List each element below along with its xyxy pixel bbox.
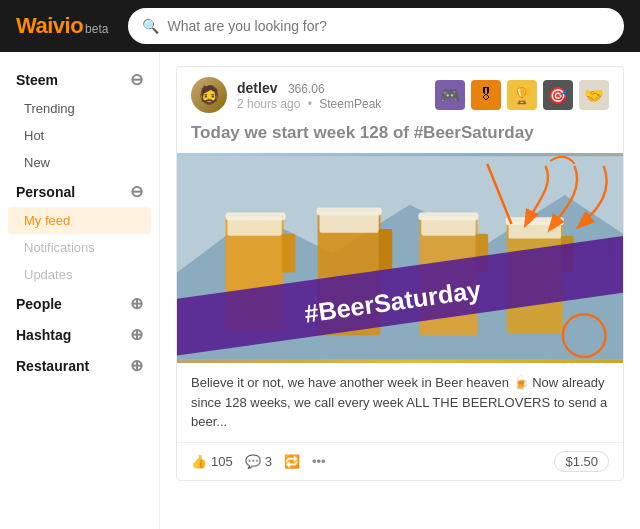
sidebar-section-restaurant: Restaurant ⊕ (0, 350, 159, 381)
hashtag-expand-icon[interactable]: ⊕ (130, 325, 143, 344)
sidebar-item-hot[interactable]: Hot (0, 122, 159, 149)
like-count: 105 (211, 454, 233, 469)
svg-rect-12 (418, 212, 478, 220)
steem-collapse-icon[interactable]: ⊖ (130, 70, 143, 89)
post-title[interactable]: Today we start week 128 of #BeerSaturday (177, 123, 623, 153)
sidebar-section-people: People ⊕ (0, 288, 159, 319)
post-author-name[interactable]: detlev (237, 80, 277, 96)
post-author-rep: 366.06 (288, 82, 325, 96)
comment-count: 3 (265, 454, 272, 469)
logo-beta: beta (85, 22, 108, 36)
svg-rect-8 (317, 208, 382, 216)
svg-rect-5 (282, 234, 296, 273)
post-author-line: detlev 366.06 (237, 79, 435, 97)
badge-2: 🎖 (471, 80, 501, 110)
search-bar[interactable]: 🔍 (128, 8, 624, 44)
sidebar-item-new[interactable]: New (0, 149, 159, 176)
post-image[interactable]: #BeerSaturday (177, 153, 623, 363)
sidebar-item-notifications[interactable]: Notifications (0, 234, 159, 261)
svg-rect-4 (225, 212, 285, 220)
steem-label: Steem (16, 72, 58, 88)
post-excerpt: Believe it or not, we have another week … (177, 363, 623, 442)
comment-button[interactable]: 💬 3 (245, 454, 272, 469)
app-header: Waiviobeta 🔍 (0, 0, 640, 52)
badge-4: 🎯 (543, 80, 573, 110)
restaurant-label: Restaurant (16, 358, 89, 374)
meta-separator: • (308, 97, 312, 111)
post-card: 🧔 detlev 366.06 2 hours ago • SteemPeak … (176, 66, 624, 481)
hashtag-label: Hashtag (16, 327, 71, 343)
sidebar-section-steem: Steem ⊖ (0, 64, 159, 95)
search-icon: 🔍 (142, 18, 159, 34)
sidebar-section-hashtag: Hashtag ⊕ (0, 319, 159, 350)
post-author-info: detlev 366.06 2 hours ago • SteemPeak (237, 79, 435, 111)
like-icon: 👍 (191, 454, 207, 469)
vote-amount[interactable]: $1.50 (554, 451, 609, 472)
people-expand-icon[interactable]: ⊕ (130, 294, 143, 313)
sidebar: Steem ⊖ Trending Hot New Personal ⊖ My f… (0, 52, 160, 529)
reblog-icon: 🔁 (284, 454, 300, 469)
personal-label: Personal (16, 184, 75, 200)
beer-scene-svg: #BeerSaturday (177, 153, 623, 363)
post-source[interactable]: SteemPeak (319, 97, 381, 111)
sidebar-item-trending[interactable]: Trending (0, 95, 159, 122)
content-area: 🧔 detlev 366.06 2 hours ago • SteemPeak … (160, 52, 640, 529)
post-badges: 🎮 🎖 🏆 🎯 🤝 (435, 80, 609, 110)
like-button[interactable]: 👍 105 (191, 454, 233, 469)
post-actions: 👍 105 💬 3 🔁 ••• $1.50 (177, 442, 623, 480)
more-icon: ••• (312, 454, 326, 469)
avatar[interactable]: 🧔 (191, 77, 227, 113)
restaurant-expand-icon[interactable]: ⊕ (130, 356, 143, 375)
post-header: 🧔 detlev 366.06 2 hours ago • SteemPeak … (177, 67, 623, 123)
post-time: 2 hours ago (237, 97, 300, 111)
sidebar-item-my-feed[interactable]: My feed (8, 207, 151, 234)
people-label: People (16, 296, 62, 312)
search-input[interactable] (167, 18, 610, 34)
post-meta: 2 hours ago • SteemPeak (237, 97, 435, 111)
badge-3: 🏆 (507, 80, 537, 110)
sidebar-section-personal: Personal ⊖ (0, 176, 159, 207)
sidebar-item-updates[interactable]: Updates (0, 261, 159, 288)
comment-icon: 💬 (245, 454, 261, 469)
more-button[interactable]: ••• (312, 454, 326, 469)
main-layout: Steem ⊖ Trending Hot New Personal ⊖ My f… (0, 52, 640, 529)
badge-5: 🤝 (579, 80, 609, 110)
logo: Waiviobeta (16, 13, 108, 39)
logo-text[interactable]: Waivio (16, 13, 83, 38)
reblog-button[interactable]: 🔁 (284, 454, 300, 469)
svg-rect-9 (379, 229, 393, 272)
badge-1: 🎮 (435, 80, 465, 110)
personal-collapse-icon[interactable]: ⊖ (130, 182, 143, 201)
